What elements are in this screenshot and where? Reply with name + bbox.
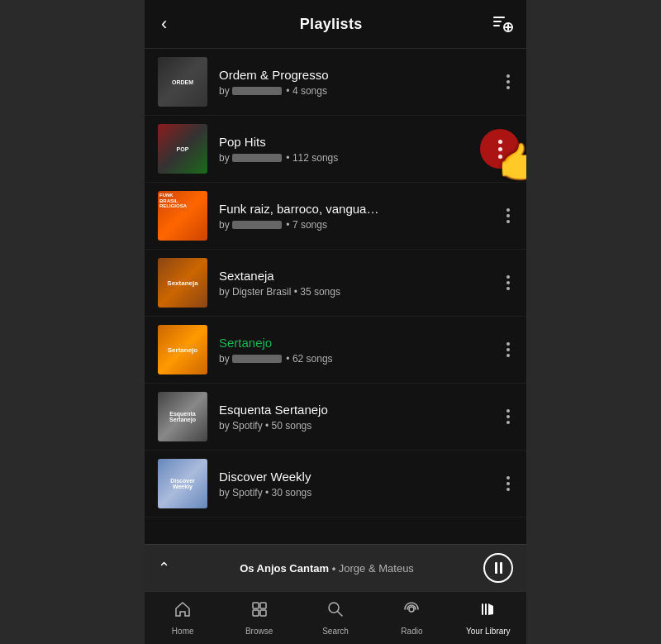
- svg-line-11: [338, 612, 343, 617]
- nav-item-home[interactable]: Home: [145, 592, 221, 644]
- dot: [506, 421, 510, 424]
- playlist-author-redacted: [232, 355, 282, 363]
- more-button-ordem[interactable]: [503, 68, 513, 96]
- pause-bar-left: [495, 562, 497, 574]
- playlist-list: ORDEM Ordem & Progresso by • 4 songs POP…: [145, 49, 526, 544]
- more-button-sextaneja[interactable]: [503, 269, 513, 297]
- dot: [506, 415, 510, 418]
- more-button-esquenta[interactable]: [503, 403, 513, 431]
- playlist-thumb-ordem: ORDEM: [158, 57, 207, 107]
- playlist-info-ordem: Ordem & Progresso by • 4 songs: [219, 68, 503, 97]
- playlist-name-sextaneja: Sextaneja: [219, 269, 503, 283]
- playlist-info-esquenta: Esquenta Sertanejo by Spotify • 50 songs: [219, 403, 503, 432]
- back-button[interactable]: ‹: [158, 10, 170, 38]
- bottom-nav: Home Browse Search: [145, 591, 526, 644]
- playlist-item-sextaneja[interactable]: Sextaneja Sextaneja by Digster Brasil • …: [145, 250, 526, 317]
- more-button-discover[interactable]: [503, 470, 513, 498]
- playlist-item-sertanejo[interactable]: Sertanejo Sertanejo by • 62 songs: [145, 317, 526, 384]
- playlist-name-discover: Discover Weekly: [219, 470, 503, 484]
- dot: [506, 86, 510, 89]
- click-indicator: [480, 129, 520, 169]
- svg-rect-6: [253, 603, 259, 608]
- dot: [506, 287, 510, 290]
- playlist-name-ordem: Ordem & Progresso: [219, 68, 503, 82]
- playlist-author-redacted: [232, 87, 282, 95]
- svg-rect-5: [505, 26, 511, 28]
- collapse-icon[interactable]: ⌃: [158, 559, 170, 577]
- dot: [506, 488, 510, 491]
- dot: [506, 208, 510, 212]
- playlist-info-pop: Pop Hits by • 112 songs: [219, 135, 513, 164]
- dot: [506, 409, 510, 413]
- radio-icon: [402, 600, 421, 623]
- playlist-item-ordem[interactable]: ORDEM Ordem & Progresso by • 4 songs: [145, 49, 526, 116]
- svg-point-12: [409, 607, 414, 612]
- svg-rect-7: [260, 603, 266, 608]
- nav-item-library[interactable]: Your Library: [450, 592, 526, 644]
- playlist-thumb-pop: POP: [158, 124, 207, 174]
- thumb-funk-label: FUNKBRASILRELIGIOSA: [159, 193, 187, 209]
- dot: [506, 275, 510, 279]
- more-button-sertanejo[interactable]: [503, 336, 513, 364]
- now-playing-info: Os Anjos Cantam • Jorge & Mateus: [180, 561, 473, 575]
- playlist-author-redacted: [232, 221, 282, 229]
- now-playing-separator: •: [332, 562, 339, 575]
- dot: [498, 155, 502, 159]
- browse-icon: [250, 600, 269, 623]
- dot: [506, 354, 510, 357]
- playlist-thumb-sextaneja: Sextaneja: [158, 258, 207, 308]
- playlist-author-redacted: [232, 154, 282, 162]
- playlist-name-sertanejo: Sertanejo: [219, 336, 503, 350]
- pause-icon: [495, 562, 502, 574]
- playlist-meta-funk: by • 7 songs: [219, 219, 503, 231]
- nav-label-radio: Radio: [401, 627, 422, 636]
- playlist-name-pop: Pop Hits: [219, 135, 513, 149]
- playlist-meta-discover: by Spotify • 30 songs: [219, 487, 503, 499]
- dot: [506, 214, 510, 217]
- nav-item-radio[interactable]: Radio: [373, 592, 449, 644]
- nav-label-library: Your Library: [466, 627, 511, 636]
- playlist-info-discover: Discover Weekly by Spotify • 30 songs: [219, 470, 503, 499]
- playlist-thumb-esquenta: EsquentaSertanejo: [158, 392, 207, 441]
- playlist-meta-esquenta: by Spotify • 50 songs: [219, 420, 503, 432]
- more-button-funk[interactable]: [503, 202, 513, 230]
- playlist-meta-ordem: by • 4 songs: [219, 85, 503, 97]
- add-playlist-button[interactable]: [492, 12, 513, 37]
- home-icon: [174, 600, 192, 623]
- playlist-item-discover[interactable]: DiscoverWeekly Discover Weekly by Spotif…: [145, 451, 526, 518]
- nav-label-browse: Browse: [245, 627, 273, 636]
- library-icon: [479, 600, 497, 623]
- dot: [506, 74, 510, 78]
- now-playing-title: Os Anjos Cantam • Jorge & Mateus: [240, 562, 414, 575]
- svg-rect-2: [493, 25, 500, 26]
- dot: [506, 281, 510, 284]
- now-playing-bar[interactable]: ⌃ Os Anjos Cantam • Jorge & Mateus: [145, 544, 526, 591]
- playlist-name-esquenta: Esquenta Sertanejo: [219, 403, 503, 417]
- playlist-item-pop[interactable]: POP Pop Hits by • 112 songs 👉: [145, 116, 526, 183]
- playlist-item-esquenta[interactable]: EsquentaSertanejo Esquenta Sertanejo by …: [145, 384, 526, 451]
- pause-button[interactable]: [483, 553, 513, 583]
- playlist-item-funk[interactable]: FUNKBRASILRELIGIOSA Funk raiz, barroco, …: [145, 183, 526, 250]
- playlist-meta-pop: by • 112 songs: [219, 152, 513, 164]
- svg-rect-8: [253, 610, 259, 616]
- header: ‹ Playlists: [145, 0, 526, 49]
- playlist-name-funk: Funk raiz, barroco, vangua…: [219, 202, 503, 216]
- dot: [506, 220, 510, 223]
- nav-item-browse[interactable]: Browse: [221, 592, 297, 644]
- svg-rect-13: [482, 603, 483, 615]
- playlist-info-funk: Funk raiz, barroco, vangua… by • 7 songs: [219, 202, 503, 231]
- playlist-info-sertanejo: Sertanejo by • 62 songs: [219, 336, 503, 365]
- dot: [506, 342, 510, 346]
- main-panel: ‹ Playlists ORDEM Ordem & Progresso by •: [145, 0, 526, 644]
- nav-item-search[interactable]: Search: [297, 592, 373, 644]
- dot: [498, 147, 502, 151]
- svg-rect-9: [260, 610, 266, 616]
- playlist-thumb-funk: FUNKBRASILRELIGIOSA: [158, 191, 207, 241]
- dot: [498, 140, 502, 144]
- playlist-thumb-sertanejo: Sertanejo: [158, 325, 207, 374]
- dot: [506, 80, 510, 83]
- left-background: [0, 0, 145, 644]
- svg-rect-1: [493, 21, 502, 22]
- search-icon: [326, 600, 345, 623]
- playlist-info-sextaneja: Sextaneja by Digster Brasil • 35 songs: [219, 269, 503, 298]
